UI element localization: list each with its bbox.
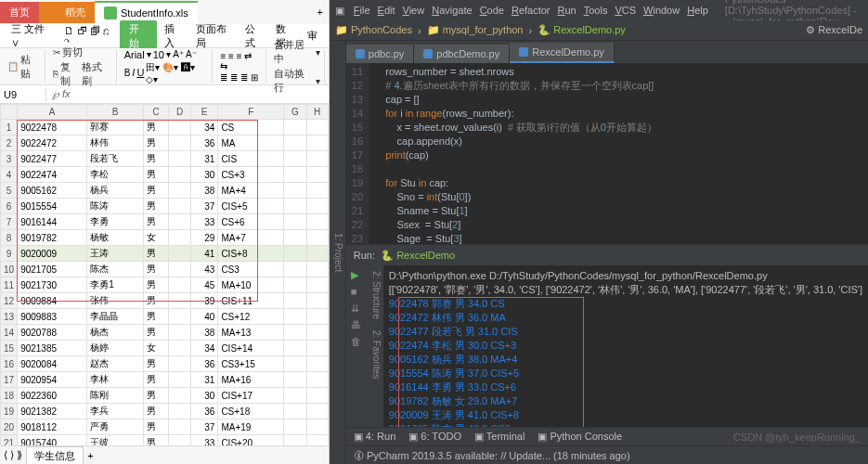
cell[interactable] bbox=[284, 341, 306, 356]
cell[interactable] bbox=[306, 277, 328, 293]
cell[interactable]: 31 bbox=[190, 372, 218, 388]
cell[interactable]: MA+7 bbox=[218, 230, 284, 246]
cell[interactable] bbox=[169, 246, 190, 262]
cell[interactable] bbox=[169, 341, 190, 356]
cell[interactable] bbox=[284, 404, 306, 419]
cell[interactable]: CIS+17 bbox=[218, 388, 284, 404]
menu-run[interactable]: Run bbox=[558, 5, 577, 16]
cell[interactable] bbox=[169, 199, 190, 214]
row-header[interactable]: 20 bbox=[1, 419, 18, 435]
cell[interactable] bbox=[284, 388, 306, 404]
cell[interactable]: 严勇 bbox=[87, 419, 143, 435]
row-header[interactable]: 9 bbox=[1, 246, 18, 262]
sheet-area[interactable]: ABCDEFGH 19022478郭赛男34CS29022472林伟男36MA3… bbox=[0, 104, 329, 445]
format-painter[interactable]: 格式刷 bbox=[82, 60, 112, 88]
col-header[interactable]: B bbox=[87, 105, 143, 120]
row-header[interactable]: 1 bbox=[1, 120, 18, 135]
cell[interactable] bbox=[284, 230, 306, 246]
merge-button[interactable]: 合并居中▾ bbox=[274, 38, 320, 66]
cell[interactable]: 男 bbox=[143, 309, 169, 325]
cell[interactable]: 41 bbox=[190, 246, 218, 262]
cell[interactable]: CIS+20 bbox=[218, 435, 284, 446]
table-row[interactable]: 199021382李兵男36CS+18 bbox=[1, 404, 329, 419]
project-tool[interactable]: 1: Project bbox=[330, 41, 346, 464]
cell-ref-box[interactable]: U9 bbox=[0, 87, 46, 102]
col-header[interactable]: E bbox=[190, 105, 218, 120]
cell[interactable]: 9021382 bbox=[18, 404, 87, 419]
cell[interactable]: MA bbox=[218, 135, 284, 151]
cell[interactable] bbox=[306, 183, 328, 199]
cell[interactable]: CIS bbox=[218, 151, 284, 167]
cell[interactable]: CS+3 bbox=[218, 167, 284, 183]
cell[interactable]: CIS+8 bbox=[218, 246, 284, 262]
cell[interactable]: 43 bbox=[190, 262, 218, 277]
paste-button[interactable]: 📋粘贴 bbox=[7, 53, 41, 81]
menu-code[interactable]: Code bbox=[480, 5, 504, 16]
cell[interactable]: 男 bbox=[143, 151, 169, 167]
table-row[interactable]: 109021705陈杰男43CS3 bbox=[1, 262, 329, 277]
cell[interactable] bbox=[169, 388, 190, 404]
cell[interactable]: 9009884 bbox=[18, 293, 87, 309]
cell[interactable] bbox=[284, 435, 306, 446]
cell[interactable] bbox=[169, 404, 190, 419]
cell[interactable] bbox=[306, 325, 328, 341]
cell[interactable]: 女 bbox=[143, 341, 169, 356]
cell[interactable] bbox=[284, 120, 306, 135]
cell[interactable]: 9019782 bbox=[18, 230, 87, 246]
cut-button[interactable]: ✂剪切 bbox=[53, 45, 83, 59]
table-row[interactable]: 99020009王涛男41CIS+8 bbox=[1, 246, 329, 262]
cell[interactable]: 男 bbox=[143, 404, 169, 419]
table-row[interactable]: 39022477段若飞男31CIS bbox=[1, 151, 329, 167]
cell[interactable]: 33 bbox=[190, 214, 218, 230]
col-header[interactable]: G bbox=[284, 105, 306, 120]
cell[interactable]: 37 bbox=[190, 199, 218, 214]
table-row[interactable]: 149020788杨杰男38MA+13 bbox=[1, 325, 329, 341]
tab-rexcel[interactable]: RexcelDemo.py bbox=[510, 43, 615, 63]
cell[interactable] bbox=[284, 293, 306, 309]
cell[interactable]: 9021705 bbox=[18, 262, 87, 277]
cell[interactable]: CIS+5 bbox=[218, 199, 284, 214]
row-header[interactable]: 16 bbox=[1, 356, 18, 372]
cell[interactable]: 9020788 bbox=[18, 325, 87, 341]
col-header[interactable]: D bbox=[169, 105, 190, 120]
cell[interactable]: 9021730 bbox=[18, 277, 87, 293]
cell[interactable]: 男 bbox=[143, 435, 169, 446]
size-select[interactable]: 10 bbox=[153, 49, 164, 60]
cell[interactable] bbox=[306, 293, 328, 309]
cell[interactable]: MA+19 bbox=[218, 419, 284, 435]
row-header[interactable]: 17 bbox=[1, 372, 18, 388]
cell[interactable] bbox=[169, 262, 190, 277]
cell[interactable]: 40 bbox=[190, 309, 218, 325]
cell[interactable]: 林伟 bbox=[87, 135, 143, 151]
cell[interactable] bbox=[306, 199, 328, 214]
cell[interactable]: MA+16 bbox=[218, 372, 284, 388]
row-header[interactable]: 8 bbox=[1, 230, 18, 246]
cell[interactable]: 王涛 bbox=[87, 246, 143, 262]
align-buttons[interactable]: ≡ ≡ ≡ ⇄ ⇆ bbox=[220, 51, 261, 71]
cell[interactable]: 37 bbox=[190, 419, 218, 435]
cell[interactable] bbox=[306, 120, 328, 135]
cell[interactable]: 9022360 bbox=[18, 388, 87, 404]
table-row[interactable]: 49022474李松男30CS+3 bbox=[1, 167, 329, 183]
cell[interactable] bbox=[306, 435, 328, 446]
stop-icon[interactable]: ■ bbox=[351, 286, 362, 297]
menu-vcs[interactable]: VCS bbox=[615, 5, 636, 16]
cell[interactable] bbox=[284, 183, 306, 199]
status-update[interactable]: 🛈 PyCharm 2019.3.5 available: // Update.… bbox=[354, 450, 630, 461]
align-buttons2[interactable]: ≣ ≣ ≣ ⊞ bbox=[220, 72, 261, 83]
cell[interactable]: 段若飞 bbox=[87, 151, 143, 167]
cell[interactable] bbox=[306, 372, 328, 388]
row-header[interactable]: 18 bbox=[1, 388, 18, 404]
cell[interactable]: 杨杰 bbox=[87, 325, 143, 341]
cell[interactable] bbox=[306, 167, 328, 183]
font-select[interactable]: Arial bbox=[124, 49, 145, 60]
cell[interactable]: 李勇 bbox=[87, 214, 143, 230]
row-header[interactable]: 14 bbox=[1, 325, 18, 341]
cell[interactable]: 杨兵 bbox=[87, 183, 143, 199]
cell[interactable] bbox=[306, 419, 328, 435]
row-header[interactable]: 13 bbox=[1, 309, 18, 325]
cell[interactable] bbox=[306, 246, 328, 262]
cell[interactable]: 李林 bbox=[87, 372, 143, 388]
cell[interactable]: 男 bbox=[143, 120, 169, 135]
table-row[interactable]: 129009884张伟男39CIS+11 bbox=[1, 293, 329, 309]
